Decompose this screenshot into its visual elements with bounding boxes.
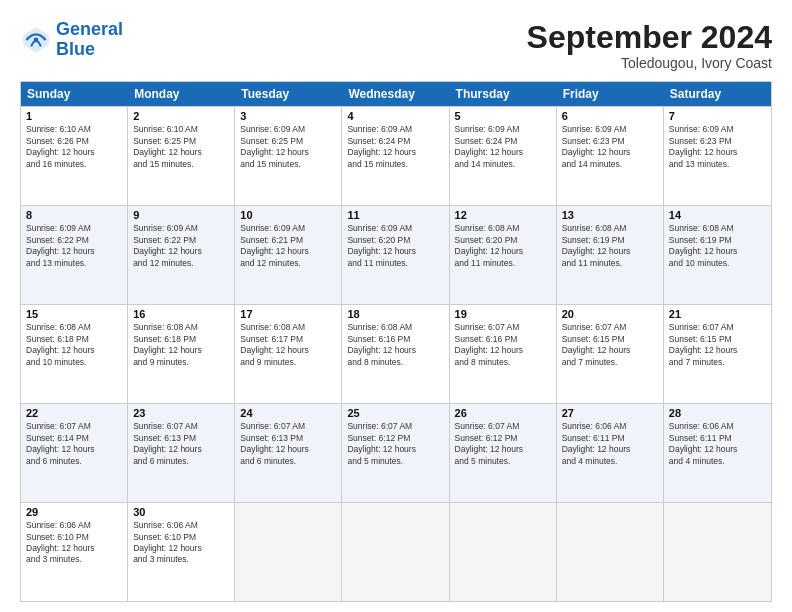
cal-cell: 23Sunrise: 6:07 AM Sunset: 6:13 PM Dayli…: [128, 404, 235, 502]
cal-cell: 7Sunrise: 6:09 AM Sunset: 6:23 PM Daylig…: [664, 107, 771, 205]
day-info: Sunrise: 6:09 AM Sunset: 6:21 PM Dayligh…: [240, 223, 336, 269]
cal-cell: 5Sunrise: 6:09 AM Sunset: 6:24 PM Daylig…: [450, 107, 557, 205]
cal-cell: [557, 503, 664, 601]
day-number: 26: [455, 407, 551, 419]
cal-row: 1Sunrise: 6:10 AM Sunset: 6:26 PM Daylig…: [21, 106, 771, 205]
cal-cell: [450, 503, 557, 601]
cal-cell: 12Sunrise: 6:08 AM Sunset: 6:20 PM Dayli…: [450, 206, 557, 304]
cal-cell: 6Sunrise: 6:09 AM Sunset: 6:23 PM Daylig…: [557, 107, 664, 205]
day-number: 1: [26, 110, 122, 122]
day-info: Sunrise: 6:08 AM Sunset: 6:17 PM Dayligh…: [240, 322, 336, 368]
cal-cell: 16Sunrise: 6:08 AM Sunset: 6:18 PM Dayli…: [128, 305, 235, 403]
day-info: Sunrise: 6:09 AM Sunset: 6:20 PM Dayligh…: [347, 223, 443, 269]
page: General Blue September 2024 Toledougou, …: [0, 0, 792, 612]
day-info: Sunrise: 6:07 AM Sunset: 6:16 PM Dayligh…: [455, 322, 551, 368]
day-number: 16: [133, 308, 229, 320]
day-info: Sunrise: 6:07 AM Sunset: 6:15 PM Dayligh…: [669, 322, 766, 368]
location: Toledougou, Ivory Coast: [527, 55, 772, 71]
cal-cell: 1Sunrise: 6:10 AM Sunset: 6:26 PM Daylig…: [21, 107, 128, 205]
header: General Blue September 2024 Toledougou, …: [20, 20, 772, 71]
cal-cell: [235, 503, 342, 601]
cal-cell: 24Sunrise: 6:07 AM Sunset: 6:13 PM Dayli…: [235, 404, 342, 502]
day-number: 27: [562, 407, 658, 419]
day-info: Sunrise: 6:10 AM Sunset: 6:26 PM Dayligh…: [26, 124, 122, 170]
day-number: 5: [455, 110, 551, 122]
logo-text: General Blue: [56, 20, 123, 60]
day-info: Sunrise: 6:09 AM Sunset: 6:22 PM Dayligh…: [26, 223, 122, 269]
day-info: Sunrise: 6:06 AM Sunset: 6:10 PM Dayligh…: [26, 520, 122, 566]
cal-cell: 19Sunrise: 6:07 AM Sunset: 6:16 PM Dayli…: [450, 305, 557, 403]
cal-cell: 10Sunrise: 6:09 AM Sunset: 6:21 PM Dayli…: [235, 206, 342, 304]
day-number: 6: [562, 110, 658, 122]
day-info: Sunrise: 6:08 AM Sunset: 6:19 PM Dayligh…: [669, 223, 766, 269]
cal-cell: 8Sunrise: 6:09 AM Sunset: 6:22 PM Daylig…: [21, 206, 128, 304]
day-number: 9: [133, 209, 229, 221]
day-info: Sunrise: 6:07 AM Sunset: 6:12 PM Dayligh…: [347, 421, 443, 467]
title-block: September 2024 Toledougou, Ivory Coast: [527, 20, 772, 71]
cal-cell: 25Sunrise: 6:07 AM Sunset: 6:12 PM Dayli…: [342, 404, 449, 502]
cal-cell: 9Sunrise: 6:09 AM Sunset: 6:22 PM Daylig…: [128, 206, 235, 304]
day-number: 21: [669, 308, 766, 320]
cal-header-cell: Sunday: [21, 82, 128, 106]
day-number: 25: [347, 407, 443, 419]
calendar-body: 1Sunrise: 6:10 AM Sunset: 6:26 PM Daylig…: [21, 106, 771, 601]
day-info: Sunrise: 6:07 AM Sunset: 6:13 PM Dayligh…: [133, 421, 229, 467]
cal-cell: 29Sunrise: 6:06 AM Sunset: 6:10 PM Dayli…: [21, 503, 128, 601]
logo: General Blue: [20, 20, 123, 60]
day-info: Sunrise: 6:09 AM Sunset: 6:22 PM Dayligh…: [133, 223, 229, 269]
day-number: 11: [347, 209, 443, 221]
day-number: 19: [455, 308, 551, 320]
day-number: 28: [669, 407, 766, 419]
cal-cell: 30Sunrise: 6:06 AM Sunset: 6:10 PM Dayli…: [128, 503, 235, 601]
cal-cell: 3Sunrise: 6:09 AM Sunset: 6:25 PM Daylig…: [235, 107, 342, 205]
cal-cell: 22Sunrise: 6:07 AM Sunset: 6:14 PM Dayli…: [21, 404, 128, 502]
cal-header-cell: Monday: [128, 82, 235, 106]
day-number: 7: [669, 110, 766, 122]
cal-row: 8Sunrise: 6:09 AM Sunset: 6:22 PM Daylig…: [21, 205, 771, 304]
day-number: 17: [240, 308, 336, 320]
cal-cell: 17Sunrise: 6:08 AM Sunset: 6:17 PM Dayli…: [235, 305, 342, 403]
cal-cell: [664, 503, 771, 601]
day-info: Sunrise: 6:08 AM Sunset: 6:20 PM Dayligh…: [455, 223, 551, 269]
cal-header-cell: Thursday: [450, 82, 557, 106]
logo-icon: [20, 24, 52, 56]
day-info: Sunrise: 6:09 AM Sunset: 6:23 PM Dayligh…: [669, 124, 766, 170]
day-number: 13: [562, 209, 658, 221]
cal-row: 15Sunrise: 6:08 AM Sunset: 6:18 PM Dayli…: [21, 304, 771, 403]
day-number: 30: [133, 506, 229, 518]
cal-cell: 15Sunrise: 6:08 AM Sunset: 6:18 PM Dayli…: [21, 305, 128, 403]
day-info: Sunrise: 6:08 AM Sunset: 6:18 PM Dayligh…: [26, 322, 122, 368]
day-number: 4: [347, 110, 443, 122]
cal-cell: 11Sunrise: 6:09 AM Sunset: 6:20 PM Dayli…: [342, 206, 449, 304]
cal-cell: 20Sunrise: 6:07 AM Sunset: 6:15 PM Dayli…: [557, 305, 664, 403]
day-number: 20: [562, 308, 658, 320]
day-info: Sunrise: 6:07 AM Sunset: 6:14 PM Dayligh…: [26, 421, 122, 467]
day-number: 3: [240, 110, 336, 122]
day-number: 22: [26, 407, 122, 419]
day-number: 8: [26, 209, 122, 221]
logo-line1: General: [56, 19, 123, 39]
day-info: Sunrise: 6:06 AM Sunset: 6:11 PM Dayligh…: [562, 421, 658, 467]
cal-cell: 27Sunrise: 6:06 AM Sunset: 6:11 PM Dayli…: [557, 404, 664, 502]
cal-cell: 28Sunrise: 6:06 AM Sunset: 6:11 PM Dayli…: [664, 404, 771, 502]
day-info: Sunrise: 6:07 AM Sunset: 6:15 PM Dayligh…: [562, 322, 658, 368]
cal-row: 29Sunrise: 6:06 AM Sunset: 6:10 PM Dayli…: [21, 502, 771, 601]
logo-line2: Blue: [56, 39, 95, 59]
day-info: Sunrise: 6:09 AM Sunset: 6:24 PM Dayligh…: [455, 124, 551, 170]
cal-cell: 18Sunrise: 6:08 AM Sunset: 6:16 PM Dayli…: [342, 305, 449, 403]
cal-cell: 21Sunrise: 6:07 AM Sunset: 6:15 PM Dayli…: [664, 305, 771, 403]
day-number: 29: [26, 506, 122, 518]
cal-header-cell: Saturday: [664, 82, 771, 106]
day-info: Sunrise: 6:09 AM Sunset: 6:25 PM Dayligh…: [240, 124, 336, 170]
day-info: Sunrise: 6:08 AM Sunset: 6:18 PM Dayligh…: [133, 322, 229, 368]
calendar: SundayMondayTuesdayWednesdayThursdayFrid…: [20, 81, 772, 602]
day-info: Sunrise: 6:09 AM Sunset: 6:24 PM Dayligh…: [347, 124, 443, 170]
day-number: 24: [240, 407, 336, 419]
day-info: Sunrise: 6:06 AM Sunset: 6:10 PM Dayligh…: [133, 520, 229, 566]
day-number: 10: [240, 209, 336, 221]
day-number: 14: [669, 209, 766, 221]
day-info: Sunrise: 6:09 AM Sunset: 6:23 PM Dayligh…: [562, 124, 658, 170]
day-info: Sunrise: 6:08 AM Sunset: 6:16 PM Dayligh…: [347, 322, 443, 368]
day-number: 23: [133, 407, 229, 419]
cal-cell: [342, 503, 449, 601]
